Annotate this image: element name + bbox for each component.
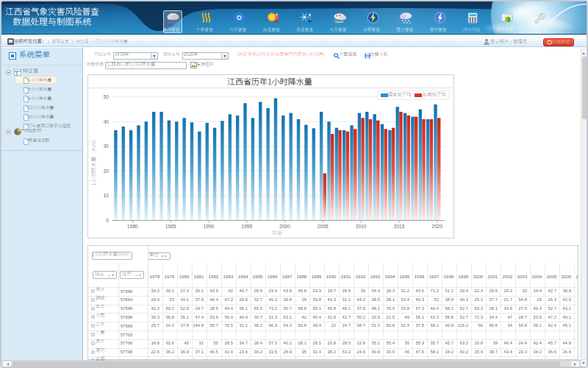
svg-text:1985: 1985 bbox=[165, 224, 176, 229]
svg-text:2005: 2005 bbox=[318, 224, 329, 229]
svg-text:50: 50 bbox=[104, 94, 110, 99]
svg-text:30: 30 bbox=[104, 144, 110, 149]
svg-text:1995: 1995 bbox=[241, 224, 252, 229]
svg-text:1990: 1990 bbox=[204, 224, 215, 229]
svg-text:2020: 2020 bbox=[431, 224, 442, 229]
svg-text:1980: 1980 bbox=[127, 224, 138, 229]
svg-text:10: 10 bbox=[104, 193, 110, 198]
svg-text:2015: 2015 bbox=[394, 224, 405, 229]
svg-text:0: 0 bbox=[106, 218, 109, 223]
svg-text:2010: 2010 bbox=[356, 224, 367, 229]
svg-text:40: 40 bbox=[104, 119, 110, 124]
svg-text:2000: 2000 bbox=[279, 224, 290, 229]
svg-text:20: 20 bbox=[104, 169, 110, 174]
